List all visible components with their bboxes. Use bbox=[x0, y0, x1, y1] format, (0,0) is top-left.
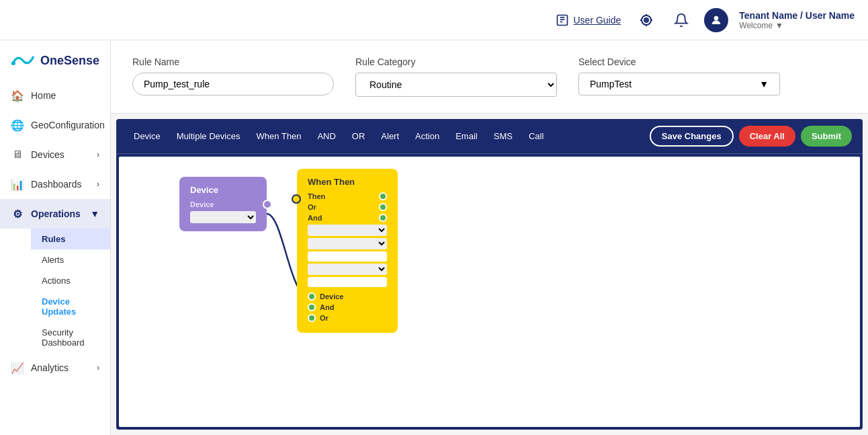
sidebar-item-device-updates[interactable]: Device Updates bbox=[31, 291, 110, 322]
rule-category-group: Rule Category Routine Alert Maintenance bbox=[355, 56, 557, 97]
user-info: Tenant Name / User Name Welcome ▼ bbox=[739, 10, 855, 30]
sidebar-item-devices[interactable]: 🖥 Devices › bbox=[0, 140, 110, 169]
wt-bottom-device-label: Device bbox=[320, 292, 343, 301]
select-device-value: PumpTest bbox=[590, 79, 632, 89]
when-then-title: When Then bbox=[308, 177, 387, 187]
chevron-right-icon: › bbox=[97, 363, 99, 372]
devices-icon: 🖥 bbox=[11, 148, 24, 161]
sidebar-item-label: Home bbox=[31, 90, 56, 101]
wt-bottom-or-label: Or bbox=[320, 314, 329, 322]
toolbar-alert[interactable]: Alert bbox=[374, 127, 406, 145]
sidebar: OneSense 🏠 Home 🌐 GeoConfiguration › 🖥 D… bbox=[0, 40, 111, 435]
wt-bottom-or-row: Or bbox=[308, 314, 387, 322]
rule-builder: Device Multiple Devices When Then AND OR… bbox=[116, 119, 863, 430]
sidebar-item-label: Operations bbox=[31, 208, 81, 219]
toolbar-call[interactable]: Call bbox=[522, 127, 550, 145]
toolbar-multiple-devices[interactable]: Multiple Devices bbox=[170, 127, 247, 145]
dashboards-icon: 📊 bbox=[11, 177, 24, 191]
sidebar-item-alerts[interactable]: Alerts bbox=[31, 249, 110, 270]
wt-or-row: Or bbox=[308, 203, 387, 211]
toolbar-and[interactable]: AND bbox=[310, 127, 342, 145]
sidebar-item-geoconfiguration[interactable]: 🌐 GeoConfiguration › bbox=[0, 110, 110, 140]
rule-category-select[interactable]: Routine Alert Maintenance bbox=[355, 73, 557, 97]
form-area: Rule Name Rule Category Routine Alert Ma… bbox=[111, 40, 868, 114]
rule-name-input[interactable] bbox=[132, 73, 334, 95]
wt-bottom-or-dot bbox=[308, 314, 316, 322]
rule-category-label: Rule Category bbox=[355, 56, 557, 67]
device-node-connector-right bbox=[263, 200, 272, 209]
toolbar-sms[interactable]: SMS bbox=[487, 127, 519, 145]
analytics-icon: 📈 bbox=[11, 361, 24, 374]
sidebar-item-actions[interactable]: Actions bbox=[31, 270, 110, 291]
content: Rule Name Rule Category Routine Alert Ma… bbox=[111, 40, 868, 435]
svg-point-11 bbox=[714, 16, 718, 20]
chevron-right-icon: › bbox=[97, 180, 99, 189]
sidebar-item-label: GeoConfiguration bbox=[31, 120, 105, 130]
header-icons: Tenant Name / User Name Welcome ▼ bbox=[634, 8, 855, 32]
logo-icon bbox=[11, 51, 35, 70]
wt-or-dot bbox=[379, 203, 387, 211]
scanner-icon[interactable] bbox=[634, 8, 658, 32]
rule-name-group: Rule Name bbox=[132, 56, 334, 95]
select-device-dropdown[interactable]: PumpTest ▼ bbox=[578, 73, 780, 95]
wt-select-2[interactable] bbox=[308, 238, 387, 249]
operations-icon: ⚙ bbox=[11, 207, 24, 221]
chevron-down-icon: ▼ bbox=[90, 208, 99, 219]
device-node-select[interactable] bbox=[190, 211, 256, 223]
chevron-right-icon: › bbox=[97, 150, 99, 159]
wt-bottom-device-row: Device bbox=[308, 292, 387, 301]
wt-text-input-1[interactable] bbox=[308, 251, 387, 262]
select-device-label: Select Device bbox=[578, 56, 780, 67]
chevron-down-icon: ▼ bbox=[759, 79, 769, 89]
sidebar-item-label: Analytics bbox=[31, 362, 69, 373]
sidebar-item-security-dashboard[interactable]: Security Dashboard bbox=[31, 322, 110, 353]
wt-then-dot bbox=[379, 192, 387, 200]
sidebar-item-operations[interactable]: ⚙ Operations ▼ bbox=[0, 199, 110, 229]
toolbar-actions: Save Changes Clear All Submit bbox=[650, 126, 852, 147]
user-guide-link[interactable]: User Guide bbox=[556, 13, 621, 27]
when-then-node: When Then Then Or And bbox=[297, 169, 398, 333]
clear-all-button[interactable]: Clear All bbox=[739, 126, 795, 147]
notifications-icon[interactable] bbox=[669, 8, 693, 32]
toolbar-device[interactable]: Device bbox=[127, 127, 167, 145]
save-changes-button[interactable]: Save Changes bbox=[650, 126, 734, 147]
form-row: Rule Name Rule Category Routine Alert Ma… bbox=[132, 56, 847, 97]
wt-text-input-2[interactable] bbox=[308, 277, 387, 287]
wt-and-dot bbox=[379, 214, 387, 222]
chevron-down-icon: ▼ bbox=[775, 21, 783, 30]
submit-button[interactable]: Submit bbox=[801, 126, 852, 147]
svg-point-12 bbox=[11, 61, 15, 65]
toolbar-action[interactable]: Action bbox=[408, 127, 446, 145]
sidebar-item-label: Dashboards bbox=[31, 179, 82, 190]
wt-and-row: And bbox=[308, 214, 387, 222]
home-icon: 🏠 bbox=[11, 89, 24, 102]
sidebar-item-home[interactable]: 🏠 Home bbox=[0, 81, 110, 110]
toolbar-or[interactable]: OR bbox=[345, 127, 372, 145]
device-node: Device Device bbox=[179, 177, 267, 231]
wt-bottom-and-row: And bbox=[308, 303, 387, 311]
logo-text: OneSense bbox=[40, 54, 99, 68]
svg-point-6 bbox=[646, 19, 647, 21]
avatar[interactable] bbox=[704, 8, 728, 32]
header: User Guide Tenant Name / User Name Welco… bbox=[0, 0, 868, 40]
device-node-title: Device bbox=[190, 185, 256, 195]
wt-then-row: Then bbox=[308, 192, 387, 200]
rule-toolbar: Device Multiple Devices When Then AND OR… bbox=[116, 119, 863, 154]
wt-select-3[interactable] bbox=[308, 264, 387, 275]
toolbar-when-then[interactable]: When Then bbox=[249, 127, 308, 145]
sidebar-item-analytics[interactable]: 📈 Analytics › bbox=[0, 353, 110, 383]
sidebar-item-rules[interactable]: Rules bbox=[31, 229, 110, 249]
rule-name-label: Rule Name bbox=[132, 56, 334, 67]
wt-bottom-labels: Device And Or bbox=[308, 292, 387, 322]
wt-or-label: Or bbox=[308, 203, 316, 211]
toolbar-email[interactable]: Email bbox=[449, 127, 484, 145]
user-name: Tenant Name / User Name bbox=[739, 10, 855, 21]
when-then-connector-left bbox=[292, 194, 301, 204]
device-node-label: Device bbox=[190, 200, 256, 208]
wt-bottom-and-label: And bbox=[320, 303, 334, 311]
wt-bottom-and-dot bbox=[308, 303, 316, 311]
wt-select-1[interactable] bbox=[308, 225, 387, 236]
logo: OneSense bbox=[0, 40, 110, 81]
sidebar-item-dashboards[interactable]: 📊 Dashboards › bbox=[0, 169, 110, 199]
wt-bottom-device-dot bbox=[308, 292, 316, 301]
